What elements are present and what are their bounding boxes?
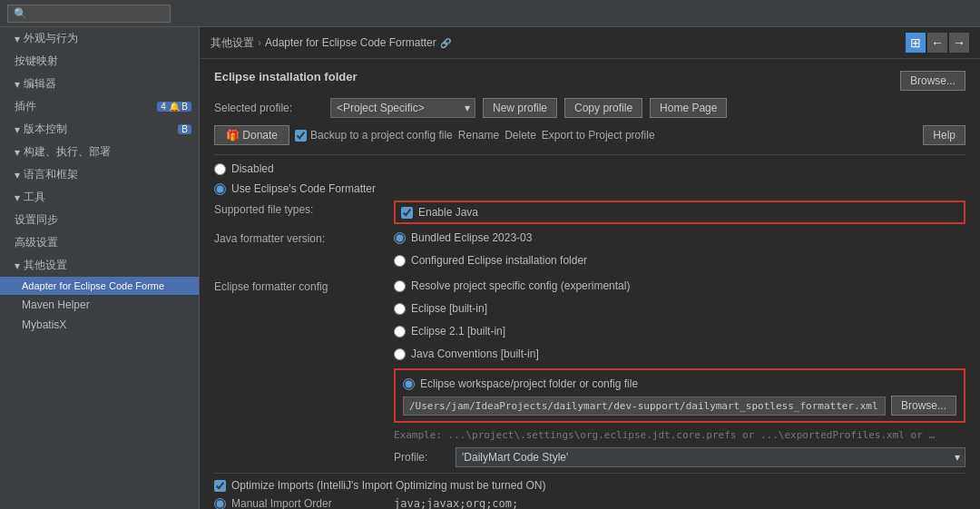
browse-button[interactable]: Browse...	[900, 71, 965, 91]
manual-import-order-row: Manual Import Order java;javax;org;com; …	[214, 497, 965, 509]
use-eclipse-radio-row: Use Eclipse's Code Formatter	[214, 181, 965, 197]
breadcrumb-sep: ›	[258, 36, 261, 49]
sidebar-item-vcs[interactable]: ▾ 版本控制 B	[0, 118, 199, 141]
optimize-imports-row: Optimize Imports (IntelliJ's Import Opti…	[214, 479, 965, 492]
optimize-imports-checkbox[interactable]	[214, 480, 226, 492]
delete-btn[interactable]: Delete	[505, 129, 536, 142]
manual-import-radio[interactable]	[214, 498, 226, 510]
configured-eclipse-row: Configured Eclipse installation folder	[394, 252, 965, 269]
breadcrumb-part2: Adapter for Eclipse Code Formatter	[265, 36, 436, 49]
copy-profile-btn[interactable]: Copy profile	[564, 98, 642, 118]
sidebar-item-settingssync[interactable]: 设置同步	[0, 209, 199, 231]
sidebar-item-mavenhelper[interactable]: Maven Helper	[0, 295, 199, 315]
breadcrumb: 其他设置 › Adapter for Eclipse Code Formatte…	[200, 27, 980, 59]
back-btn[interactable]: ←	[927, 33, 947, 53]
arrow-icon: ▾	[15, 169, 20, 181]
workspace-radio[interactable]	[403, 378, 415, 390]
content-area: 其他设置 › Adapter for Eclipse Code Formatte…	[200, 27, 980, 509]
toolbar-row: 🎁 Donate Backup to a project config file…	[214, 125, 965, 145]
sidebar: ▾ 外观与行为 按键映射 ▾ 编辑器 插件 4 🔔 B ▾ 版本控制 B ▾ 构…	[0, 27, 200, 509]
optimize-imports-label: Optimize Imports (IntelliJ's Import Opti…	[231, 479, 545, 492]
section-title: Eclipse installation folder	[214, 70, 357, 83]
configured-eclipse-radio[interactable]	[394, 255, 406, 267]
workspace-path-input[interactable]	[403, 396, 886, 416]
java-conventions-label: Java Conventions [built-in]	[411, 347, 539, 360]
top-bar	[0, 0, 980, 27]
eclipse-builtin-radio[interactable]	[394, 303, 406, 315]
grid-icon-btn[interactable]: ⊞	[906, 33, 926, 53]
sidebar-item-advanced[interactable]: 高级设置	[0, 231, 199, 254]
arrow-icon: ▾	[15, 33, 20, 45]
use-eclipse-radio[interactable]	[214, 183, 226, 195]
divider2	[214, 473, 965, 474]
enable-java-highlight: Enable Java	[394, 201, 965, 224]
workspace-highlight-box: Eclipse workspace/project folder or conf…	[394, 368, 965, 423]
configured-eclipse-label: Configured Eclipse installation folder	[411, 254, 587, 267]
eclipse21-label: Eclipse 2.1 [built-in]	[411, 325, 505, 338]
profile-dropdown-row: Profile: 'DailyMart Code Style'	[394, 447, 965, 467]
sidebar-item-mybatisx[interactable]: MybatisX	[0, 315, 199, 335]
sidebar-item-lang[interactable]: ▾ 语言和框架	[0, 163, 199, 186]
enable-java-checkbox[interactable]	[401, 207, 413, 219]
workspace-browse-btn[interactable]: Browse...	[891, 396, 956, 416]
selected-profile-label: Selected profile:	[214, 102, 323, 114]
donate-btn[interactable]: 🎁 Donate	[214, 125, 289, 145]
settings-panel: Eclipse installation folder Browse... Se…	[200, 59, 980, 509]
java-conventions-radio[interactable]	[394, 348, 406, 360]
bundled-eclipse-radio[interactable]	[394, 232, 406, 244]
resolve-project-label: Resolve project specific config (experim…	[411, 279, 630, 292]
eclipse21-radio[interactable]	[394, 326, 406, 338]
eclipse-builtin-label: Eclipse [built-in]	[411, 302, 487, 315]
profile-row: Selected profile: <Project Specific> New…	[214, 98, 965, 118]
sidebar-item-editor[interactable]: ▾ 编辑器	[0, 73, 199, 95]
home-page-btn[interactable]: Home Page	[650, 98, 727, 118]
bundled-eclipse-label: Bundled Eclipse 2023-03	[411, 231, 532, 244]
export-btn[interactable]: Export to Project profile	[542, 129, 655, 142]
arrow-icon: ▾	[15, 78, 20, 91]
eclipse-formatter-config-row: Eclipse formatter config Resolve project…	[214, 278, 965, 467]
profile-row-label: Profile:	[394, 451, 448, 464]
sidebar-item-plugins[interactable]: 插件 4 🔔 B	[0, 95, 199, 118]
workspace-path-row: Browse...	[403, 396, 956, 416]
workspace-project-label: Eclipse workspace/project folder or conf…	[420, 377, 638, 390]
java-conventions-row: Java Conventions [built-in]	[394, 346, 965, 362]
sidebar-item-othersettings[interactable]: ▾ 其他设置	[0, 254, 199, 277]
main-layout: ▾ 外观与行为 按键映射 ▾ 编辑器 插件 4 🔔 B ▾ 版本控制 B ▾ 构…	[0, 27, 980, 509]
backup-checkbox[interactable]	[295, 130, 307, 142]
sidebar-item-build[interactable]: ▾ 构建、执行、部署	[0, 141, 199, 163]
divider1	[214, 154, 965, 155]
bundled-eclipse-row: Bundled Eclipse 2023-03	[394, 230, 965, 246]
profile-dropdown[interactable]: 'DailyMart Code Style'	[456, 447, 965, 467]
profile-dropdown-wrapper[interactable]: 'DailyMart Code Style'	[456, 447, 965, 467]
eclipse-formatter-config-content: Resolve project specific config (experim…	[394, 278, 965, 467]
breadcrumb-icon: 🔗	[440, 38, 451, 48]
profile-select-wrapper[interactable]: <Project Specific>	[330, 98, 475, 118]
sidebar-item-tools[interactable]: ▾ 工具	[0, 186, 199, 209]
breadcrumb-part1: 其他设置	[211, 35, 254, 51]
sidebar-item-appearance[interactable]: ▾ 外观与行为	[0, 27, 199, 50]
help-btn[interactable]: Help	[923, 125, 965, 145]
java-formatter-version-content: Bundled Eclipse 2023-03 Configured Eclip…	[394, 230, 965, 272]
profile-select[interactable]: <Project Specific>	[330, 98, 475, 118]
workspace-project-row: Eclipse workspace/project folder or conf…	[403, 376, 956, 392]
new-profile-btn[interactable]: New profile	[483, 98, 557, 118]
corner-buttons: ⊞ ← →	[906, 33, 969, 53]
java-formatter-version-row: Java formatter version: Bundled Eclipse …	[214, 230, 965, 272]
eclipse-formatter-config-label: Eclipse formatter config	[214, 278, 387, 293]
eclipse21-builtin-row: Eclipse 2.1 [built-in]	[394, 323, 965, 339]
example-text: Example: ...\project\.settings\org.eclip…	[394, 429, 938, 441]
forward-btn[interactable]: →	[949, 33, 969, 53]
arrow-icon: ▾	[15, 123, 20, 136]
disabled-radio[interactable]	[214, 163, 226, 175]
search-input[interactable]	[7, 5, 171, 23]
resolve-project-radio[interactable]	[394, 280, 406, 292]
enable-java-label: Enable Java	[418, 206, 478, 219]
backup-checkbox-label[interactable]: Backup to a project config file	[295, 129, 453, 142]
sidebar-item-adapter[interactable]: Adapter for Eclipse Code Forme	[0, 277, 199, 295]
rename-btn[interactable]: Rename	[458, 129, 499, 142]
use-eclipse-label: Use Eclipse's Code Formatter	[231, 182, 376, 195]
sidebar-item-keymap[interactable]: 按键映射	[0, 50, 199, 73]
eclipse-builtin-row: Eclipse [built-in]	[394, 300, 965, 317]
supported-file-types-label: Supported file types:	[214, 201, 387, 216]
arrow-icon: ▾	[15, 146, 20, 159]
